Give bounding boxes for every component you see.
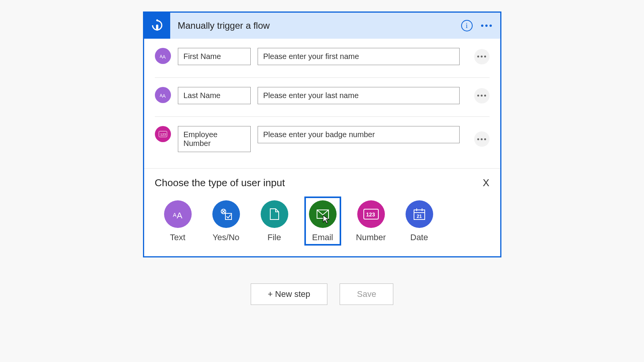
input-name-field[interactable]: Employee Number bbox=[178, 126, 251, 152]
email-icon bbox=[309, 200, 337, 228]
chooser-close-button[interactable]: X bbox=[483, 177, 489, 189]
chooser-label: Choose the type of user input bbox=[155, 177, 285, 189]
info-icon[interactable]: i bbox=[461, 20, 473, 31]
svg-point-1 bbox=[156, 20, 158, 21]
card-title: Manually trigger a flow bbox=[170, 20, 461, 31]
svg-text:A: A bbox=[162, 54, 166, 60]
trigger-icon bbox=[144, 13, 170, 39]
types-row: AA Text Yes/No bbox=[155, 197, 490, 246]
text-type-icon: AA bbox=[155, 87, 171, 103]
input-prompt-field[interactable]: Please enter your first name bbox=[258, 48, 460, 65]
yesno-icon bbox=[212, 200, 240, 228]
type-label: Number bbox=[356, 233, 386, 242]
svg-text:123: 123 bbox=[160, 133, 166, 136]
type-chooser: Choose the type of user input X AA Text bbox=[144, 168, 500, 256]
svg-text:A: A bbox=[177, 211, 182, 220]
trigger-card: Manually trigger a flow i AA First Name … bbox=[143, 11, 501, 257]
input-row: 123 Employee Number Please enter your ba… bbox=[155, 117, 490, 168]
card-header: Manually trigger a flow i bbox=[144, 13, 500, 39]
number-type-icon: 123 bbox=[155, 126, 171, 142]
date-icon: 21 bbox=[406, 200, 433, 228]
number-icon: 123 bbox=[357, 200, 385, 228]
svg-text:A: A bbox=[173, 212, 177, 218]
type-file[interactable]: File bbox=[256, 197, 293, 246]
type-label: File bbox=[268, 233, 281, 242]
type-yesno[interactable]: Yes/No bbox=[208, 197, 245, 246]
type-label: Text bbox=[170, 233, 185, 242]
type-email[interactable]: Email bbox=[304, 197, 341, 246]
type-label: Date bbox=[410, 233, 428, 242]
input-prompt-field[interactable]: Please enter your badge number bbox=[258, 126, 460, 143]
card-more-button[interactable] bbox=[481, 25, 492, 27]
text-icon: AA bbox=[164, 200, 192, 228]
input-more-button[interactable] bbox=[474, 131, 490, 147]
file-icon bbox=[261, 200, 288, 228]
inputs-area: AA First Name Please enter your first na… bbox=[144, 39, 500, 168]
input-row: AA Last Name Please enter your last name bbox=[155, 78, 490, 117]
svg-text:A: A bbox=[162, 93, 166, 99]
type-label: Email bbox=[312, 233, 333, 242]
input-row: AA First Name Please enter your first na… bbox=[155, 39, 490, 78]
svg-rect-13 bbox=[225, 213, 232, 219]
type-text[interactable]: AA Text bbox=[159, 197, 196, 246]
input-name-field[interactable]: First Name bbox=[178, 48, 251, 65]
new-step-button[interactable]: + New step bbox=[251, 283, 328, 305]
input-more-button[interactable] bbox=[474, 88, 490, 103]
svg-text:123: 123 bbox=[366, 211, 375, 218]
input-prompt-field[interactable]: Please enter your last name bbox=[258, 87, 460, 104]
type-date[interactable]: 21 Date bbox=[401, 197, 438, 246]
footer-buttons: + New step Save bbox=[251, 283, 394, 305]
type-number[interactable]: 123 Number bbox=[353, 197, 389, 246]
text-type-icon: AA bbox=[155, 48, 171, 64]
input-more-button[interactable] bbox=[474, 49, 490, 64]
type-label: Yes/No bbox=[212, 233, 239, 242]
input-name-field[interactable]: Last Name bbox=[178, 87, 251, 104]
save-button[interactable]: Save bbox=[340, 283, 393, 305]
svg-text:21: 21 bbox=[417, 214, 422, 219]
